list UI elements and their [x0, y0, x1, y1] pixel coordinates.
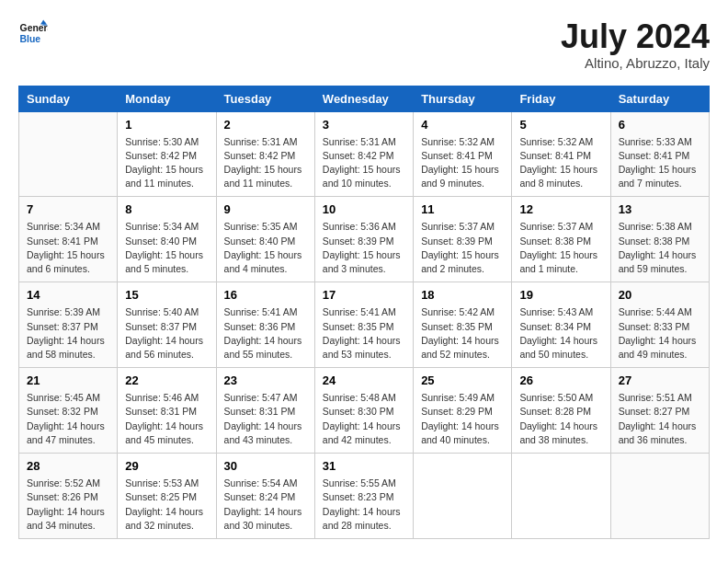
calendar-week-row: 14Sunrise: 5:39 AMSunset: 8:37 PMDayligh…	[19, 282, 710, 368]
cell-content: Sunrise: 5:32 AMSunset: 8:41 PMDaylight:…	[519, 135, 602, 191]
calendar-cell: 13Sunrise: 5:38 AMSunset: 8:38 PMDayligh…	[610, 197, 709, 282]
calendar-cell: 29Sunrise: 5:53 AMSunset: 8:25 PMDayligh…	[118, 454, 216, 539]
cell-content: Sunrise: 5:35 AMSunset: 8:40 PMDaylight:…	[224, 220, 307, 276]
cell-content: Sunrise: 5:39 AMSunset: 8:37 PMDaylight:…	[27, 305, 109, 362]
month-title: July 2024	[561, 18, 710, 55]
day-number: 21	[27, 373, 109, 387]
calendar-cell: 18Sunrise: 5:42 AMSunset: 8:35 PMDayligh…	[414, 282, 512, 368]
calendar-cell: 5Sunrise: 5:32 AMSunset: 8:41 PMDaylight…	[512, 111, 610, 197]
calendar-week-row: 21Sunrise: 5:45 AMSunset: 8:32 PMDayligh…	[19, 368, 710, 454]
day-number: 14	[27, 288, 109, 302]
calendar-week-row: 28Sunrise: 5:52 AMSunset: 8:26 PMDayligh…	[19, 454, 710, 539]
day-number: 3	[323, 118, 405, 132]
day-number: 23	[224, 373, 307, 387]
page-header: General Blue July 2024 Altino, Abruzzo, …	[18, 18, 710, 71]
day-number: 5	[519, 118, 602, 132]
calendar-cell: 31Sunrise: 5:55 AMSunset: 8:23 PMDayligh…	[314, 454, 413, 539]
day-number: 2	[224, 118, 307, 132]
day-number: 6	[619, 118, 701, 132]
cell-content: Sunrise: 5:31 AMSunset: 8:42 PMDaylight:…	[323, 135, 405, 191]
day-number: 12	[519, 202, 602, 216]
day-number: 15	[125, 288, 208, 302]
day-number: 27	[619, 373, 701, 387]
calendar-cell: 20Sunrise: 5:44 AMSunset: 8:33 PMDayligh…	[610, 282, 709, 368]
cell-content: Sunrise: 5:31 AMSunset: 8:42 PMDaylight:…	[224, 135, 307, 191]
calendar-table: SundayMondayTuesdayWednesdayThursdayFrid…	[18, 86, 710, 539]
calendar-week-row: 7Sunrise: 5:34 AMSunset: 8:41 PMDaylight…	[19, 197, 710, 282]
calendar-cell: 27Sunrise: 5:51 AMSunset: 8:27 PMDayligh…	[610, 368, 709, 454]
day-number: 26	[519, 373, 602, 387]
weekday-header: Tuesday	[216, 86, 314, 111]
day-number: 25	[421, 373, 504, 387]
day-number: 31	[323, 459, 405, 473]
calendar-cell: 21Sunrise: 5:45 AMSunset: 8:32 PMDayligh…	[19, 368, 118, 454]
logo: General Blue	[18, 18, 48, 48]
calendar-cell: 25Sunrise: 5:49 AMSunset: 8:29 PMDayligh…	[414, 368, 512, 454]
calendar-cell: 10Sunrise: 5:36 AMSunset: 8:39 PMDayligh…	[314, 197, 413, 282]
day-number: 9	[224, 202, 307, 216]
cell-content: Sunrise: 5:33 AMSunset: 8:41 PMDaylight:…	[619, 135, 701, 191]
weekday-header: Saturday	[610, 86, 709, 111]
day-number: 8	[125, 202, 208, 216]
day-number: 19	[519, 288, 602, 302]
calendar-cell: 8Sunrise: 5:34 AMSunset: 8:40 PMDaylight…	[118, 197, 216, 282]
calendar-header-row: SundayMondayTuesdayWednesdayThursdayFrid…	[19, 86, 710, 111]
day-number: 24	[323, 373, 405, 387]
cell-content: Sunrise: 5:34 AMSunset: 8:41 PMDaylight:…	[27, 220, 109, 276]
calendar-cell: 11Sunrise: 5:37 AMSunset: 8:39 PMDayligh…	[414, 197, 512, 282]
cell-content: Sunrise: 5:30 AMSunset: 8:42 PMDaylight:…	[125, 135, 208, 191]
calendar-cell: 24Sunrise: 5:48 AMSunset: 8:30 PMDayligh…	[314, 368, 413, 454]
day-number: 29	[125, 459, 208, 473]
day-number: 28	[27, 459, 109, 473]
calendar-cell: 4Sunrise: 5:32 AMSunset: 8:41 PMDaylight…	[414, 111, 512, 197]
cell-content: Sunrise: 5:50 AMSunset: 8:28 PMDaylight:…	[519, 391, 602, 447]
day-number: 20	[619, 288, 701, 302]
calendar-cell: 28Sunrise: 5:52 AMSunset: 8:26 PMDayligh…	[19, 454, 118, 539]
day-number: 13	[619, 202, 701, 216]
logo-icon: General Blue	[18, 18, 48, 48]
cell-content: Sunrise: 5:49 AMSunset: 8:29 PMDaylight:…	[421, 391, 504, 447]
calendar-cell	[19, 111, 118, 197]
weekday-header: Wednesday	[314, 86, 413, 111]
calendar-cell: 9Sunrise: 5:35 AMSunset: 8:40 PMDaylight…	[216, 197, 314, 282]
cell-content: Sunrise: 5:54 AMSunset: 8:24 PMDaylight:…	[224, 477, 307, 533]
calendar-cell: 23Sunrise: 5:47 AMSunset: 8:31 PMDayligh…	[216, 368, 314, 454]
cell-content: Sunrise: 5:43 AMSunset: 8:34 PMDaylight:…	[519, 305, 602, 362]
calendar-week-row: 1Sunrise: 5:30 AMSunset: 8:42 PMDaylight…	[19, 111, 710, 197]
day-number: 30	[224, 459, 307, 473]
day-number: 7	[27, 202, 109, 216]
calendar-cell: 19Sunrise: 5:43 AMSunset: 8:34 PMDayligh…	[512, 282, 610, 368]
calendar-cell: 7Sunrise: 5:34 AMSunset: 8:41 PMDaylight…	[19, 197, 118, 282]
day-number: 10	[323, 202, 405, 216]
cell-content: Sunrise: 5:47 AMSunset: 8:31 PMDaylight:…	[224, 391, 307, 447]
day-number: 16	[224, 288, 307, 302]
calendar-cell: 17Sunrise: 5:41 AMSunset: 8:35 PMDayligh…	[314, 282, 413, 368]
cell-content: Sunrise: 5:45 AMSunset: 8:32 PMDaylight:…	[27, 391, 109, 447]
calendar-cell: 26Sunrise: 5:50 AMSunset: 8:28 PMDayligh…	[512, 368, 610, 454]
day-number: 4	[421, 118, 504, 132]
weekday-header: Friday	[512, 86, 610, 111]
svg-text:Blue: Blue	[20, 34, 41, 44]
cell-content: Sunrise: 5:37 AMSunset: 8:39 PMDaylight:…	[421, 220, 504, 276]
calendar-cell: 30Sunrise: 5:54 AMSunset: 8:24 PMDayligh…	[216, 454, 314, 539]
calendar-cell	[414, 454, 512, 539]
weekday-header: Sunday	[19, 86, 118, 111]
calendar-cell	[512, 454, 610, 539]
title-block: July 2024 Altino, Abruzzo, Italy	[561, 18, 710, 71]
cell-content: Sunrise: 5:48 AMSunset: 8:30 PMDaylight:…	[323, 391, 405, 447]
cell-content: Sunrise: 5:38 AMSunset: 8:38 PMDaylight:…	[619, 220, 701, 276]
calendar-cell: 1Sunrise: 5:30 AMSunset: 8:42 PMDaylight…	[118, 111, 216, 197]
calendar-cell: 22Sunrise: 5:46 AMSunset: 8:31 PMDayligh…	[118, 368, 216, 454]
cell-content: Sunrise: 5:46 AMSunset: 8:31 PMDaylight:…	[125, 391, 208, 447]
day-number: 18	[421, 288, 504, 302]
cell-content: Sunrise: 5:37 AMSunset: 8:38 PMDaylight:…	[519, 220, 602, 276]
cell-content: Sunrise: 5:32 AMSunset: 8:41 PMDaylight:…	[421, 135, 504, 191]
day-number: 22	[125, 373, 208, 387]
calendar-cell: 2Sunrise: 5:31 AMSunset: 8:42 PMDaylight…	[216, 111, 314, 197]
calendar-cell	[610, 454, 709, 539]
cell-content: Sunrise: 5:44 AMSunset: 8:33 PMDaylight:…	[619, 305, 701, 362]
calendar-cell: 6Sunrise: 5:33 AMSunset: 8:41 PMDaylight…	[610, 111, 709, 197]
day-number: 1	[125, 118, 208, 132]
day-number: 11	[421, 202, 504, 216]
cell-content: Sunrise: 5:42 AMSunset: 8:35 PMDaylight:…	[421, 305, 504, 362]
